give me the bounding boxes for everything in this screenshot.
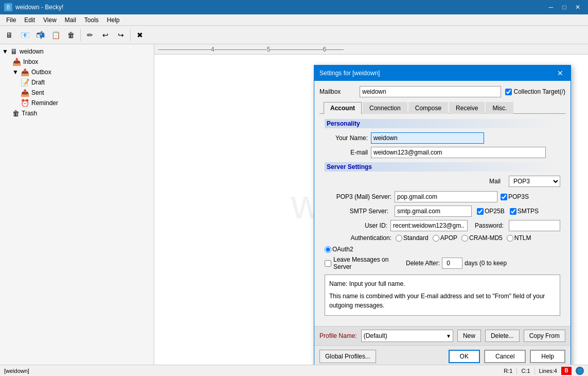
smtp-server-input[interactable] — [395, 206, 472, 217]
smtps-checkbox-label: SMTPS — [510, 208, 539, 215]
op25b-checkbox[interactable] — [477, 208, 484, 215]
status-mailbox: [weidown] — [4, 368, 29, 374]
smtp-server-row: SMTP Server: OP25B SMTPS — [325, 206, 560, 217]
help-button[interactable]: Help — [530, 350, 565, 363]
tab-receive[interactable]: Receive — [449, 102, 485, 114]
password-input[interactable] — [509, 220, 560, 231]
toolbar: 🖥 📧 📬 📋 🗑 ✏ ↩ ↪ ✖ — [0, 26, 588, 44]
auth-ntlm-label: NTLM — [507, 234, 531, 242]
toolbar-btn-1[interactable]: 🖥 — [2, 28, 16, 42]
sidebar-draft-label: Draft — [31, 79, 45, 86]
global-profiles-button[interactable]: Global Profiles... — [319, 350, 376, 363]
pop3-server-input[interactable] — [395, 191, 497, 202]
profile-select-wrap: (Default) ▼ — [361, 330, 453, 342]
userid-label: User ID: — [325, 222, 387, 229]
toolbar-btn-6[interactable]: ✏ — [83, 28, 97, 42]
settings-dialog: Settings for [weidown] ✕ Mailbox Collect… — [314, 65, 571, 365]
toolbar-sep-1 — [80, 29, 81, 41]
copy-from-button[interactable]: Copy From — [524, 330, 565, 342]
sidebar-item-weidown[interactable]: ▼ 🖥 weidown — [0, 46, 154, 57]
delete-profile-button[interactable]: Delete... — [485, 330, 520, 342]
auth-apop-text: APOP — [440, 234, 457, 242]
tab-compose[interactable]: Compose — [408, 102, 448, 114]
auth-standard-text: Standard — [403, 234, 429, 242]
menu-edit[interactable]: Edit — [20, 15, 39, 25]
dialog-body: Mailbox Collection Target(/) Account Con… — [314, 81, 571, 326]
auth-cram-text: CRAM-MD5 — [469, 234, 503, 242]
sidebar-outbox-label: Outbox — [31, 69, 51, 76]
auth-standard-radio[interactable] — [396, 235, 402, 242]
sidebar-item-inbox[interactable]: 📥 Inbox — [0, 57, 154, 67]
sidebar-sent-label: Sent — [31, 89, 44, 96]
menu-view[interactable]: View — [39, 15, 61, 25]
sidebar-item-sent[interactable]: 📤 Sent — [0, 88, 154, 98]
your-name-input[interactable] — [371, 132, 484, 144]
profile-name-select[interactable]: (Default) — [361, 330, 453, 342]
auth-apop-radio[interactable] — [433, 235, 439, 242]
delete-after-label: Delete After: — [406, 260, 440, 267]
mail-row: Mail POP3 IMAP4 SMTP — [325, 176, 560, 187]
outbox-expand-icon[interactable]: ▼ — [12, 69, 19, 76]
status-right: R:1 C:1 Lines:4 B 🌐 — [504, 367, 584, 375]
status-bar: [weidown] R:1 C:1 Lines:4 B 🌐 — [0, 365, 588, 376]
profile-name-label: Profile Name: — [319, 332, 357, 339]
auth-row: Authentication: Standard APOP — [325, 234, 560, 253]
menu-tools[interactable]: Tools — [80, 15, 103, 25]
collection-target-checkbox[interactable] — [505, 89, 512, 95]
main-content: ▼ 🖥 weidown 📥 Inbox ▼ 📤 Outbox 📝 — [0, 44, 588, 365]
email-label: E-mail — [325, 149, 371, 156]
sidebar-reminder-label: Reminder — [31, 99, 58, 107]
auth-ntlm-radio[interactable] — [507, 235, 513, 242]
sidebar-item-draft[interactable]: 📝 Draft — [0, 77, 154, 88]
network-status-icon: 🌐 — [576, 367, 584, 375]
auth-standard-label: Standard — [396, 234, 429, 242]
email-input[interactable] — [371, 147, 546, 158]
auth-oauth2-radio[interactable] — [325, 246, 331, 253]
collection-target-label: Collection Target(/) — [514, 88, 566, 95]
toolbar-btn-3[interactable]: 📬 — [33, 28, 47, 42]
toolbar-btn-2[interactable]: 📧 — [17, 28, 32, 42]
dialog-close-button[interactable]: ✕ — [555, 69, 565, 78]
menu-help[interactable]: Help — [103, 15, 124, 25]
toolbar-btn-7[interactable]: ↩ — [98, 28, 113, 42]
tab-misc[interactable]: Misc. — [486, 102, 513, 114]
userid-input[interactable] — [390, 220, 468, 231]
help-text-area: Name: Input your full name. This name is… — [325, 275, 560, 316]
app-icon: B — [4, 3, 12, 11]
maximize-button[interactable]: □ — [558, 3, 571, 12]
pop3s-checkbox[interactable] — [501, 194, 507, 200]
tab-connection[interactable]: Connection — [363, 102, 407, 114]
op25b-label: OP25B — [485, 208, 505, 215]
tab-account[interactable]: Account — [324, 102, 362, 114]
menu-file[interactable]: File — [2, 15, 20, 25]
help-text-title: Name: Input your full name. — [329, 279, 556, 288]
toolbar-btn-8[interactable]: ↪ — [114, 28, 128, 42]
footer-right: OK Cancel Help — [449, 350, 565, 363]
smtps-checkbox[interactable] — [510, 208, 516, 215]
trash-icon: 🗑 — [12, 109, 20, 117]
ok-button[interactable]: OK — [449, 350, 480, 363]
leave-messages-checkbox[interactable] — [325, 260, 331, 267]
close-button[interactable]: ✕ — [572, 3, 584, 12]
toolbar-btn-5[interactable]: 🗑 — [64, 28, 78, 42]
sidebar-item-reminder[interactable]: ⏰ Reminder — [0, 98, 154, 108]
mailbox-input[interactable] — [360, 86, 501, 97]
auth-label: Authentication: — [325, 234, 391, 242]
toolbar-btn-9[interactable]: ✖ — [133, 28, 147, 42]
mail-label: Mail — [489, 178, 501, 185]
sidebar-item-trash[interactable]: 🗑 Trash — [0, 108, 154, 118]
toolbar-btn-4[interactable]: 📋 — [48, 28, 63, 42]
delete-after-input[interactable] — [442, 258, 462, 269]
personality-section-title: Personality — [325, 119, 560, 128]
leave-messages-text: Leave Messages on Server — [333, 256, 391, 270]
sidebar-item-outbox[interactable]: ▼ 📤 Outbox — [0, 67, 154, 77]
auth-oauth2-label: OAuth2 — [325, 246, 353, 253]
cancel-button[interactable]: Cancel — [484, 350, 526, 363]
minimize-button[interactable]: ─ — [545, 3, 557, 12]
mail-protocol-select[interactable]: POP3 IMAP4 SMTP — [509, 176, 560, 187]
auth-ntlm-text: NTLM — [514, 234, 531, 242]
menu-mail[interactable]: Mail — [61, 15, 80, 25]
auth-cram-radio[interactable] — [461, 235, 468, 242]
expand-icon[interactable]: ▼ — [2, 48, 8, 55]
new-profile-button[interactable]: New — [457, 330, 481, 342]
